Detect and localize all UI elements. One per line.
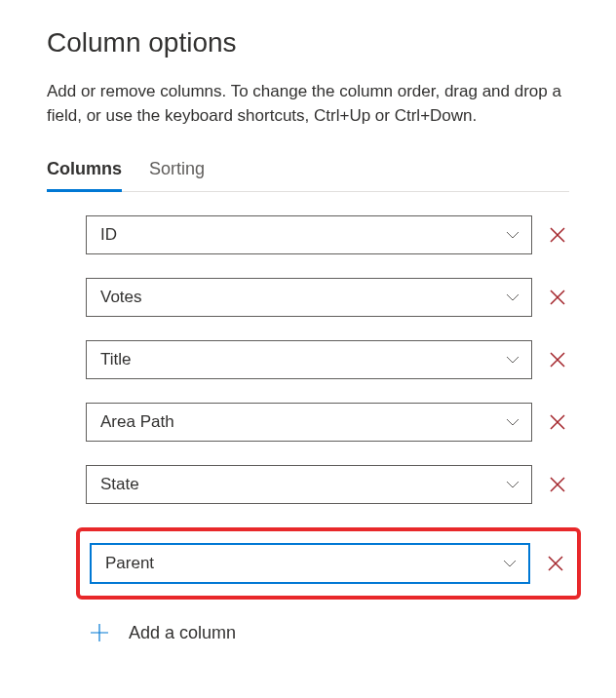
close-icon	[548, 475, 567, 494]
remove-column-button[interactable]	[546, 473, 569, 496]
column-value: ID	[100, 225, 117, 245]
column-row: ID	[86, 215, 569, 254]
remove-column-button[interactable]	[546, 410, 569, 434]
page-description: Add or remove columns. To change the col…	[47, 80, 569, 128]
tab-columns[interactable]: Columns	[47, 159, 122, 192]
column-row: State	[86, 465, 569, 504]
add-column-label: Add a column	[129, 623, 236, 643]
chevron-down-icon	[503, 557, 517, 570]
column-select-title[interactable]: Title	[86, 340, 532, 379]
add-column-button[interactable]: Add a column	[86, 619, 569, 646]
chevron-down-icon	[506, 228, 520, 242]
tabs: Columns Sorting	[47, 159, 569, 192]
column-select-parent[interactable]: Parent	[90, 543, 530, 584]
remove-column-button[interactable]	[546, 348, 569, 371]
chevron-down-icon	[506, 291, 520, 304]
page-title: Column options	[47, 27, 569, 58]
close-icon	[548, 225, 567, 245]
plus-icon	[86, 619, 113, 646]
columns-list: ID Votes Title	[47, 215, 569, 646]
highlighted-row-annotation: Parent	[76, 527, 581, 600]
column-value: Title	[100, 350, 132, 369]
column-value: State	[100, 475, 139, 494]
column-select-state[interactable]: State	[86, 465, 532, 504]
chevron-down-icon	[506, 353, 520, 367]
column-row: Title	[86, 340, 569, 379]
column-value: Votes	[100, 288, 142, 307]
remove-column-button[interactable]	[546, 223, 569, 247]
column-row: Area Path	[86, 403, 569, 442]
column-select-votes[interactable]: Votes	[86, 278, 532, 317]
close-icon	[548, 288, 567, 307]
column-select-id[interactable]: ID	[86, 215, 532, 254]
remove-column-button[interactable]	[546, 286, 569, 309]
column-row: Votes	[86, 278, 569, 317]
tab-sorting[interactable]: Sorting	[149, 159, 205, 192]
close-icon	[548, 412, 567, 432]
close-icon	[548, 350, 567, 369]
column-select-area-path[interactable]: Area Path	[86, 403, 532, 442]
column-value: Parent	[105, 554, 154, 573]
chevron-down-icon	[506, 478, 520, 491]
column-row: Parent	[82, 543, 567, 584]
column-value: Area Path	[100, 412, 174, 432]
close-icon	[546, 554, 565, 573]
remove-column-button[interactable]	[544, 552, 567, 575]
chevron-down-icon	[506, 415, 520, 429]
